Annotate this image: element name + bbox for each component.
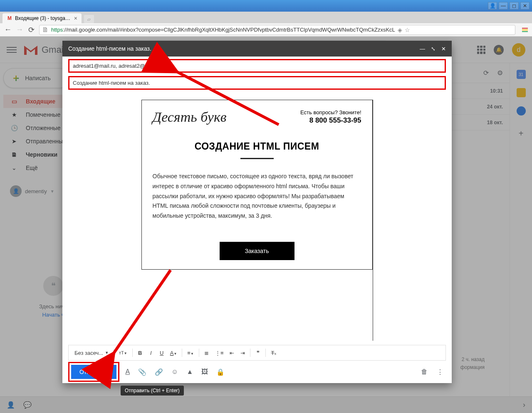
- compose-fields: adresat1@mail.ru, adresat2@ya.ru Создани…: [62, 57, 452, 96]
- send-button[interactable]: Отправить: [71, 365, 116, 379]
- sidebar-label: Черновики: [26, 151, 57, 158]
- new-tab-button[interactable]: ▱: [84, 15, 94, 23]
- back-button[interactable]: ←: [4, 25, 12, 34]
- recipients-field[interactable]: adresat1@mail.ru, adresat2@ya.ru: [68, 59, 446, 73]
- keep-icon[interactable]: [517, 88, 526, 97]
- clock-icon: 🕒: [10, 125, 18, 131]
- star-icon: ★: [10, 111, 18, 118]
- close-window-button[interactable]: ✕: [520, 2, 530, 10]
- gmail-m-icon: [23, 44, 38, 56]
- notifications-icon[interactable]: 🔔: [494, 45, 504, 55]
- quote-icon[interactable]: ❞: [253, 348, 263, 358]
- more-options-icon[interactable]: ⋮: [434, 366, 446, 379]
- addons-plus-icon[interactable]: +: [519, 129, 524, 138]
- tab-title: Входящие (3) - toysgarden: [15, 15, 72, 21]
- email-brand-logo: Десять букв: [153, 109, 227, 125]
- delete-draft-icon[interactable]: 🗑: [418, 366, 430, 379]
- text-color-icon[interactable]: A▼: [168, 348, 180, 358]
- maximize-button[interactable]: ◻: [510, 2, 519, 10]
- refresh-icon[interactable]: ⟳: [483, 69, 489, 77]
- window-titlebar: 👤 — ◻ ✕: [0, 0, 532, 12]
- email-cta-button[interactable]: Заказать: [220, 242, 294, 260]
- sidebar-label: Отложенные: [26, 125, 60, 131]
- page-info-icon[interactable]: 🗎: [42, 26, 49, 34]
- bold-icon[interactable]: B: [135, 348, 145, 358]
- mail-time: 10:31: [490, 88, 503, 94]
- gmail-brand-text: Gmail: [42, 44, 65, 55]
- emoji-icon[interactable]: ☺: [169, 366, 181, 378]
- user-avatar-icon: 👤: [10, 185, 22, 197]
- subject-field[interactable]: Создание html-писем на заказ.: [68, 76, 446, 90]
- italic-icon[interactable]: I: [146, 348, 156, 358]
- indent-less-icon[interactable]: ⇤: [227, 348, 237, 358]
- send-highlight-box: Отправить: [68, 362, 119, 382]
- clear-formatting-icon[interactable]: Tₓ: [268, 348, 279, 358]
- hangouts-icon: ❝: [43, 276, 63, 296]
- font-size-icon[interactable]: тТ▼: [116, 349, 130, 357]
- hangouts-bottom-bar: 👤 💬 ›: [0, 396, 532, 413]
- person-icon[interactable]: 👤: [7, 401, 15, 409]
- chevron-down-icon: ▼: [50, 189, 54, 194]
- right-sidebar: 31 +: [510, 63, 532, 413]
- compose-body[interactable]: Десять букв Есть вопросы? Звоните! 8 800…: [62, 96, 452, 345]
- sidebar-label: Отправленные: [26, 138, 66, 145]
- compose-button[interactable]: + Написать: [3, 68, 70, 88]
- tasks-icon[interactable]: [517, 106, 526, 116]
- indent-more-icon[interactable]: ⇥: [238, 348, 247, 358]
- browser-tab-active[interactable]: M Входящие (3) - toysgarden ×: [2, 13, 82, 23]
- chevron-right-icon[interactable]: ›: [523, 401, 525, 409]
- minimize-button[interactable]: —: [499, 2, 508, 10]
- email-body-text: Обычное текстовое письмо, состоящее из о…: [153, 172, 361, 221]
- font-family-dropdown[interactable]: Без засеч...▼: [72, 349, 111, 357]
- gmail-favicon: M: [7, 15, 12, 21]
- browser-menu-button[interactable]: [522, 28, 528, 32]
- unordered-list-icon[interactable]: ⋮≡: [213, 348, 226, 358]
- attach-icon[interactable]: 📎: [136, 366, 149, 379]
- confidential-icon[interactable]: 🔒: [214, 366, 227, 379]
- email-divider: [240, 158, 274, 159]
- account-avatar[interactable]: d: [512, 43, 525, 57]
- reload-button[interactable]: ⟳: [27, 25, 35, 34]
- compose-titlebar[interactable]: Создание html-писем на заказ. — ⤡ ✕: [62, 41, 452, 57]
- plus-icon: +: [13, 72, 19, 85]
- inbox-icon: ▭: [10, 98, 18, 105]
- hamburger-menu-icon[interactable]: [7, 45, 17, 55]
- text-format-icon[interactable]: A: [123, 366, 132, 378]
- compose-window: Создание html-писем на заказ. — ⤡ ✕ adre…: [62, 41, 452, 383]
- mail-time: 18 окт.: [487, 120, 503, 125]
- forward-button[interactable]: →: [16, 25, 23, 34]
- apps-grid-icon[interactable]: [477, 46, 485, 54]
- browser-tabs: M Входящие (3) - toysgarden × ▱: [0, 12, 532, 23]
- bookmark-icon[interactable]: ☆: [405, 27, 410, 33]
- send-tooltip: Отправить (Ctrl + Enter): [121, 386, 184, 396]
- drive-icon[interactable]: ▲: [184, 366, 195, 378]
- address-bar[interactable]: 🗎 https://mail.google.com/mail/#inbox?co…: [39, 25, 515, 35]
- user-name: dementiy: [25, 188, 47, 194]
- shrink-icon[interactable]: ⤡: [431, 46, 435, 52]
- compose-label: Написать: [25, 75, 50, 81]
- image-icon[interactable]: 🖼: [199, 366, 210, 378]
- underline-icon[interactable]: U: [157, 348, 167, 358]
- sidebar-label: Ещё: [26, 165, 38, 171]
- gmail-logo[interactable]: Gmail: [23, 44, 65, 56]
- hangouts-chat-icon[interactable]: 💬: [23, 401, 32, 409]
- drafts-icon: 🗎: [10, 151, 18, 158]
- email-title: СОЗДАНИЕ HTML ПИСЕМ: [153, 141, 361, 152]
- email-contact: Есть вопросы? Звоните! 8 800 555-33-95: [300, 109, 361, 125]
- chevron-down-icon: ⌄: [10, 165, 18, 171]
- sidebar-label: Помеченные: [26, 111, 60, 118]
- format-toolbar: Без засеч...▼ тТ▼ B I U A▼ ≡▼ ≣ ⋮≡ ⇤ ⇥ ❞…: [68, 345, 446, 361]
- settings-gear-icon[interactable]: ⚙: [497, 69, 503, 77]
- align-icon[interactable]: ≡▼: [185, 348, 196, 358]
- extension-icon[interactable]: ◈: [398, 27, 402, 33]
- ordered-list-icon[interactable]: ≣: [202, 348, 212, 358]
- chrome-user-icon[interactable]: 👤: [488, 2, 497, 10]
- minimize-icon[interactable]: —: [420, 46, 425, 52]
- tab-close-icon[interactable]: ×: [74, 15, 77, 22]
- compose-title: Создание html-писем на заказ.: [68, 45, 151, 52]
- close-icon[interactable]: ✕: [441, 46, 446, 52]
- link-icon[interactable]: 🔗: [152, 366, 166, 379]
- compose-footer: Отправить A 📎 🔗 ☺ ▲ 🖼 🔒 🗑 ⋮: [62, 361, 452, 383]
- calendar-icon[interactable]: 31: [517, 70, 526, 79]
- url-text: https://mail.google.com/mail/#inbox?comp…: [51, 27, 395, 33]
